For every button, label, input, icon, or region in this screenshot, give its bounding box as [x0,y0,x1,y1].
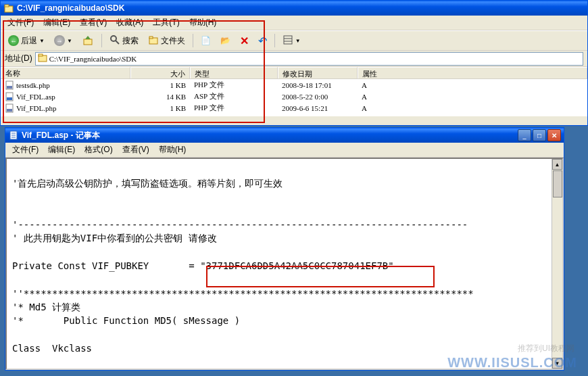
forward-button[interactable]: → ▼ [51,33,76,48]
np-menu-help[interactable]: 帮助(H) [155,143,191,157]
address-input[interactable] [49,55,581,63]
minimize-icon: _ [523,132,526,139]
file-type: PHP 文件 [190,103,278,113]
folders-label: 文件夹 [161,35,185,47]
np-menu-edit[interactable]: 编辑(E) [44,143,79,157]
col-type[interactable]: 类型 [190,67,278,78]
chevron-down-icon: ▼ [67,38,72,44]
np-menu-format[interactable]: 格式(O) [80,143,116,157]
up-button[interactable] [78,33,97,48]
col-name[interactable]: 名称 [1,67,130,78]
chevron-up-icon: ▲ [555,162,560,168]
move-to-button[interactable]: 📂 [217,33,234,48]
views-button[interactable]: ▼ [279,33,304,48]
delete-button[interactable]: ✕ [237,33,252,48]
undo-icon: ↶ [258,34,267,47]
watermark-url: WWW.IISUSL.COM [447,355,577,371]
svg-rect-1 [5,5,9,7]
search-label: 搜索 [122,35,139,47]
copy-to-button[interactable]: 📄 [197,33,214,48]
file-date: 2008-5-22 0:00 [278,93,358,101]
chevron-down-icon: ▼ [39,38,45,44]
explorer-menubar: 文件(F) 编辑(E) 查看(V) 收藏(A) 工具(T) 帮助(H) [1,16,587,30]
back-label: 后退 [21,35,37,47]
notepad-content[interactable]: '首先启动高级公钥防护，填写防盗链选项。稍等片刻，即可生效 '---------… [7,159,562,370]
file-type: PHP 文件 [190,80,278,90]
file-list[interactable]: testsdk.php 1 KB PHP 文件 2008-9-18 17:01 … [1,79,587,116]
toolbar-separator [101,34,102,47]
explorer-toolbar: ← 后退 ▼ → ▼ 搜索 文件夹 📄 📂 ✕ ↶ ▼ [1,30,587,51]
menu-fav[interactable]: 收藏(A) [112,16,147,30]
file-row[interactable]: testsdk.php 1 KB PHP 文件 2008-9-18 17:01 … [1,79,587,91]
explorer-title: C:\VIF_rangnicaibudao\SDK [17,3,585,13]
address-field[interactable] [35,52,583,66]
notepad-window: Vif_FDL.asp - 记事本 _ □ ✕ 文件(F) 编辑(E) 格式(O… [5,127,564,371]
scroll-up-button[interactable]: ▲ [552,159,562,170]
svg-rect-7 [284,36,292,44]
col-attr[interactable]: 属性 [358,67,587,78]
close-button[interactable]: ✕ [547,129,561,141]
menu-edit[interactable]: 编辑(E) [39,16,74,30]
notepad-titlebar[interactable]: Vif_FDL.asp - 记事本 _ □ ✕ [5,128,564,143]
close-icon: ✕ [552,132,557,139]
menu-help[interactable]: 帮助(H) [185,16,221,30]
copy-icon: 📄 [201,36,211,45]
back-button[interactable]: ← 后退 ▼ [5,33,48,48]
file-attr: A [358,93,398,101]
file-row[interactable]: Vif_FDL.php 1 KB PHP 文件 2009-6-6 15:21 A [1,102,587,114]
maximize-icon: □ [537,132,541,139]
explorer-titlebar[interactable]: C:\VIF_rangnicaibudao\SDK [1,1,587,16]
np-menu-view[interactable]: 查看(V) [118,143,153,157]
up-folder-icon [82,34,94,48]
file-attr: A [358,104,398,112]
vertical-scrollbar[interactable]: ▲ ▼ [552,159,562,369]
notepad-title: Vif_FDL.asp - 记事本 [22,130,518,141]
explorer-window: C:\VIF_rangnicaibudao\SDK 文件(F) 编辑(E) 查看… [0,0,588,126]
minimize-button[interactable]: _ [518,129,531,141]
address-bar: 地址(D) [1,51,587,67]
php-file-icon [5,103,14,113]
watermark-text: 推荐到UI教程网 [518,343,574,354]
menu-tools[interactable]: 工具(T) [149,16,183,30]
file-name: testsdk.php [16,81,50,89]
svg-line-4 [116,41,119,44]
svg-rect-15 [7,97,12,100]
file-name: Vif_FDL.asp [16,93,55,101]
np-menu-file[interactable]: 文件(F) [8,143,43,157]
undo-button[interactable]: ↶ [255,33,270,48]
notepad-text-area[interactable]: '首先启动高级公钥防护，填写防盗链选项。稍等片刻，即可生效 '---------… [5,158,564,370]
menu-file[interactable]: 文件(F) [3,16,38,30]
folder-icon [3,3,14,14]
folders-button[interactable]: 文件夹 [145,33,189,48]
svg-point-3 [111,36,116,41]
file-date: 2009-6-6 15:21 [278,104,358,112]
svg-rect-17 [7,109,12,112]
file-size: 1 KB [130,81,190,89]
file-list-header: 名称 大小 类型 修改日期 属性 [1,67,587,79]
search-icon [109,34,120,47]
search-button[interactable]: 搜索 [106,33,142,48]
svg-rect-13 [7,86,12,89]
move-icon: 📂 [220,36,230,45]
notepad-menubar: 文件(F) 编辑(E) 格式(O) 查看(V) 帮助(H) [5,143,564,158]
col-size[interactable]: 大小 [130,67,190,78]
maximize-button[interactable]: □ [533,129,546,141]
file-size: 14 KB [130,93,190,101]
delete-x-icon: ✕ [240,34,249,47]
views-icon [283,34,293,47]
folder-icon [38,53,47,64]
toolbar-separator [274,34,275,47]
menu-view[interactable]: 查看(V) [76,16,111,30]
svg-rect-6 [149,37,153,39]
file-row[interactable]: Vif_FDL.asp 14 KB ASP 文件 2008-5-22 0:00 … [1,91,587,102]
php-file-icon [5,80,14,90]
col-date[interactable]: 修改日期 [278,67,358,78]
notepad-icon [8,130,19,141]
svg-rect-11 [39,54,43,56]
file-date: 2008-9-18 17:01 [278,81,358,89]
svg-rect-2 [84,39,92,45]
scroll-thumb[interactable] [553,170,562,197]
file-size: 1 KB [130,104,190,112]
chevron-down-icon: ▼ [295,38,301,44]
toolbar-separator [193,34,193,47]
